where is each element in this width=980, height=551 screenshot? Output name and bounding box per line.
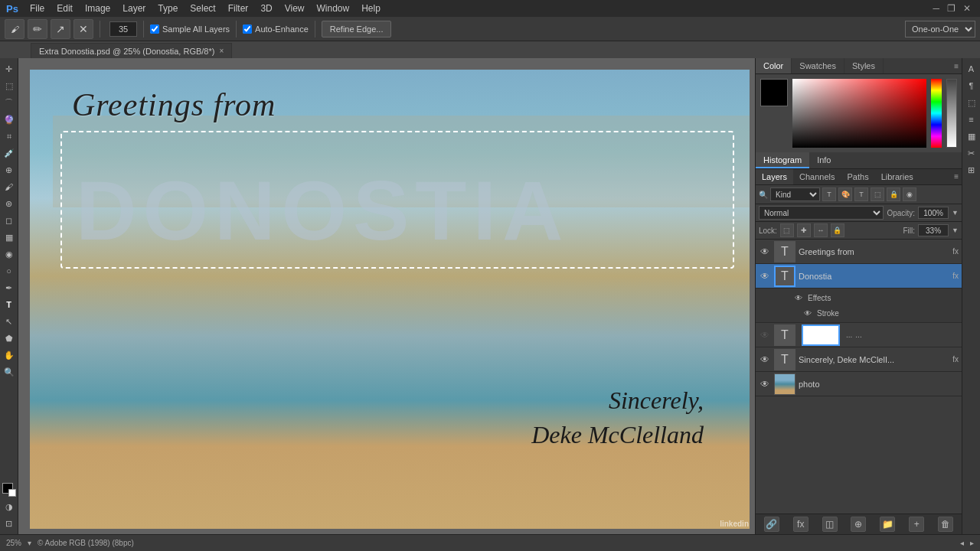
move-tool[interactable]: ✛	[2, 61, 17, 77]
add-style-btn[interactable]: fx	[793, 517, 808, 532]
canvas-area[interactable]: Greetings from DONOSTIA Sincerely, Deke …	[18, 58, 755, 534]
fill-input[interactable]	[918, 224, 949, 236]
brush-tool-side[interactable]: 🖌	[2, 179, 17, 194]
sample-all-layers-checkbox[interactable]	[150, 24, 159, 34]
menu-filter[interactable]: Filter	[223, 2, 254, 15]
foreground-color-swatch[interactable]	[760, 79, 788, 106]
crop-tool[interactable]: ⌗	[2, 129, 17, 144]
menu-edit[interactable]: Edit	[51, 2, 78, 15]
menu-help[interactable]: Help	[356, 2, 386, 15]
tool2[interactable]: ✏	[28, 19, 47, 39]
healing-tool[interactable]: ⊕	[2, 162, 17, 178]
blend-mode-select[interactable]: Normal	[759, 206, 884, 220]
delete-layer-btn[interactable]: 🗑	[938, 517, 953, 532]
gradient-tool[interactable]: ▦	[2, 230, 17, 245]
scroll-right[interactable]: ▸	[970, 539, 974, 547]
add-mask-btn[interactable]: ◫	[822, 517, 838, 532]
add-group-btn[interactable]: 📁	[880, 517, 895, 532]
screen-mode[interactable]: ⊡	[2, 516, 17, 531]
layers-panel-options[interactable]: ≡	[951, 169, 962, 184]
tool-grid[interactable]: ⊞	[964, 162, 979, 178]
hue-slider[interactable]	[931, 79, 942, 148]
eraser-tool[interactable]: ◻	[2, 213, 17, 228]
tool-eq[interactable]: ≡	[964, 112, 979, 127]
tool4[interactable]: ✕	[74, 19, 93, 39]
scroll-left[interactable]: ◂	[960, 539, 964, 547]
layer-visibility-eye[interactable]: 👁	[759, 246, 771, 258]
lock-all[interactable]: 🔒	[831, 223, 844, 237]
fg-bg-color[interactable]	[2, 482, 17, 497]
add-adjustment-btn[interactable]: ⊕	[851, 517, 866, 532]
tab-libraries[interactable]: Libraries	[875, 169, 920, 184]
filter-btn3[interactable]: T	[854, 187, 868, 201]
auto-enhance-checkbox[interactable]	[243, 24, 252, 34]
tool3[interactable]: ↗	[51, 19, 70, 39]
tool-p[interactable]: ¶	[964, 78, 979, 93]
tool-scissor[interactable]: ✂	[964, 145, 979, 161]
layer-item[interactable]: 👁 T Sincerely, Deke McClelI... fx	[756, 347, 962, 372]
layer-visibility-eye[interactable]: 👁	[759, 329, 771, 341]
layer-kind-select[interactable]: Kind	[770, 187, 820, 201]
window-minimize[interactable]: ─	[929, 3, 942, 14]
dodge-tool[interactable]: ○	[2, 263, 17, 279]
window-close[interactable]: ✕	[960, 3, 974, 14]
add-layer-btn[interactable]: +	[909, 517, 924, 532]
layer-visibility-eye[interactable]: 👁	[759, 354, 771, 366]
tab-info[interactable]: Info	[809, 152, 838, 168]
fill-arrow[interactable]: ▼	[952, 227, 959, 234]
path-select-tool[interactable]: ↖	[2, 314, 17, 329]
brush-size-input[interactable]	[109, 21, 137, 37]
refine-edge-button[interactable]: Refine Edge...	[322, 21, 392, 37]
tab-paths[interactable]: Paths	[841, 169, 875, 184]
hand-tool[interactable]: ✋	[2, 347, 17, 363]
menu-type[interactable]: Type	[152, 2, 183, 15]
stroke-eye[interactable]: 👁	[802, 307, 814, 319]
quick-mask[interactable]: ◑	[2, 499, 17, 514]
alpha-slider[interactable]	[946, 79, 957, 148]
tool-hist[interactable]: ▦	[964, 129, 979, 144]
menu-window[interactable]: Window	[312, 2, 355, 15]
lock-position[interactable]: ↔	[814, 223, 828, 237]
filter-btn1[interactable]: T	[822, 187, 836, 201]
layer-item[interactable]: 👁 T ... ...	[756, 323, 962, 347]
menu-image[interactable]: Image	[80, 2, 116, 15]
filter-btn5[interactable]: 🔒	[887, 187, 900, 201]
tool-rect[interactable]: ⬚	[964, 95, 979, 110]
opacity-arrow[interactable]: ▼	[952, 209, 959, 217]
menu-layer[interactable]: Layer	[117, 2, 151, 15]
filter-btn4[interactable]: ⬚	[871, 187, 884, 201]
shape-tool[interactable]: ⬟	[2, 331, 17, 346]
quick-select-tool[interactable]: 🔮	[2, 112, 17, 127]
menu-view[interactable]: View	[279, 2, 310, 15]
workspace-select[interactable]: One-on-One	[905, 21, 975, 37]
filter-btn2[interactable]: 🎨	[838, 187, 852, 201]
tab-close-icon[interactable]: ×	[219, 47, 224, 55]
color-gradient-picker[interactable]	[792, 79, 926, 148]
tab-styles[interactable]: Styles	[844, 58, 884, 73]
clone-tool[interactable]: ⊛	[2, 196, 17, 211]
menu-3d[interactable]: 3D	[255, 2, 277, 15]
tab-channels[interactable]: Channels	[793, 169, 841, 184]
window-maximize[interactable]: ❐	[944, 3, 959, 14]
marquee-tool[interactable]: ⬚	[2, 78, 17, 93]
menu-file[interactable]: File	[24, 2, 50, 15]
panel-collapse-icon[interactable]: ≡	[954, 62, 959, 70]
layer-visibility-eye[interactable]: 👁	[759, 378, 771, 390]
opacity-input[interactable]	[918, 207, 949, 219]
lasso-tool[interactable]: ⌒	[2, 95, 17, 110]
tab-color[interactable]: Color	[756, 58, 792, 73]
lock-transparent[interactable]: ⬚	[780, 223, 794, 237]
layer-item[interactable]: 👁 T Donostia fx	[756, 264, 962, 289]
lock-image[interactable]: ✚	[797, 223, 811, 237]
tool-a[interactable]: A	[964, 61, 979, 77]
link-layers-btn[interactable]: 🔗	[764, 517, 779, 532]
brush-tool[interactable]: 🖌	[5, 19, 24, 39]
filter-toggle[interactable]: ◉	[903, 187, 916, 201]
menu-select[interactable]: Select	[185, 2, 220, 15]
effects-eye[interactable]: 👁	[792, 292, 805, 304]
tab-swatches[interactable]: Swatches	[792, 58, 844, 73]
document-tab[interactable]: Extra Donostia.psd @ 25% (Donostia, RGB/…	[31, 43, 232, 58]
type-tool[interactable]: T	[2, 297, 17, 312]
pen-tool[interactable]: ✒	[2, 280, 17, 295]
blur-tool[interactable]: ◉	[2, 246, 17, 262]
